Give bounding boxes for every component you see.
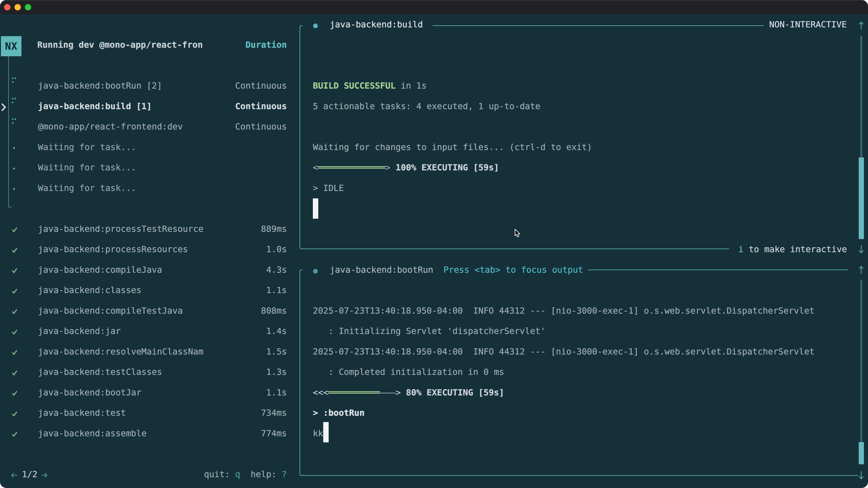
progress-close: > [396, 387, 401, 397]
log-line: : Completed initialization in 0 ms [313, 362, 504, 382]
build-panel-title: java-backend:build [330, 14, 423, 35]
progress-fill: ══════════ [329, 387, 380, 397]
zoom-button[interactable] [25, 4, 31, 10]
build-result-status: BUILD SUCCESSFUL [313, 80, 396, 91]
bootrun-panel-title: java-backend:bootRun [330, 260, 433, 280]
terminal-cursor [313, 198, 318, 219]
completed-task-row[interactable]: java-backend:classes1.1s [0, 280, 868, 300]
bootrun-panel-dot-icon [313, 269, 318, 273]
terminal-cursor [323, 422, 329, 442]
progress-close: > [385, 162, 391, 172]
build-result-detail: in 1s [396, 80, 427, 91]
task-status: Continuous [235, 116, 287, 137]
task-name: java-backend:processTestResource [38, 219, 204, 239]
progress-open: < [313, 162, 318, 172]
close-button[interactable] [4, 4, 10, 10]
build-summary: 5 actionable tasks: 4 executed, 1 up-to-… [313, 96, 540, 117]
interactive-hint: i to make interactive [739, 239, 847, 260]
log-line: 2025-07-23T13:40:18.950-04:00 INFO 44312… [313, 300, 814, 321]
minimize-button[interactable] [14, 4, 21, 10]
scroll-thumb[interactable] [859, 442, 864, 464]
mouse-pointer-icon [515, 229, 521, 238]
sidebar-title: Running dev @mono-app/react-fron [37, 35, 203, 55]
terminal-window: NX Running dev @mono-app/react-fronDurat… [0, 0, 868, 488]
progress-label: 100% EXECUTING [59s] [396, 162, 499, 172]
check-icon [12, 289, 18, 294]
hint-key[interactable]: i [739, 244, 744, 254]
log-line: : Initializing Servlet 'dispatcherServle… [313, 321, 546, 341]
footer-hints: quit:qhelp:? [204, 464, 287, 485]
build-panel-dot-icon [313, 24, 318, 28]
duration-column-header: Duration [246, 35, 287, 55]
bootrun-prompt: > :bootRun [313, 402, 365, 423]
check-icon [12, 227, 18, 232]
bootrun-input[interactable]: kk [313, 423, 323, 444]
help-label: help: [251, 469, 276, 479]
quit-label: quit: [204, 469, 230, 479]
progress-fill: ═════════════ [318, 162, 385, 172]
task-name: @mono-app/react-frontend:dev [38, 116, 183, 137]
progress-dashes: ——— [380, 387, 396, 397]
build-progress-bar: <═════════════> 100% EXECUTING [59s] [313, 157, 499, 178]
spinner-icon [12, 119, 16, 124]
progress-label: 80% EXECUTING [59s] [406, 387, 504, 397]
terminal-content: NX Running dev @mono-app/react-fronDurat… [0, 0, 868, 488]
completed-task-row[interactable]: java-backend:processTestResource889ms [0, 219, 868, 239]
task-name: java-backend:classes [38, 280, 142, 300]
pagination-label: 1/2 [22, 464, 37, 485]
log-line: 2025-07-23T13:40:18.950-04:00 INFO 44312… [313, 341, 814, 362]
build-idle-line: > IDLE [313, 178, 344, 198]
progress-open: <<< [313, 387, 329, 397]
build-panel-mode: NON-INTERACTIVE [769, 14, 847, 35]
task-duration: 889ms [261, 219, 287, 239]
task-row-frontend-dev[interactable]: @mono-app/react-frontend:devContinuous [0, 116, 868, 137]
hint-text: to make interactive [743, 244, 847, 254]
bootrun-progress-bar: <<<══════════———> 80% EXECUTING [59s] [313, 382, 504, 403]
bootrun-focus-hint: Press <tab> to focus output [443, 260, 583, 280]
build-waiting-line: Waiting for changes to input files... (c… [313, 137, 592, 158]
help-key[interactable]: ? [282, 469, 287, 479]
title-bar [0, 0, 868, 14]
quit-key[interactable]: q [235, 469, 240, 479]
task-duration: 1.1s [266, 280, 287, 300]
